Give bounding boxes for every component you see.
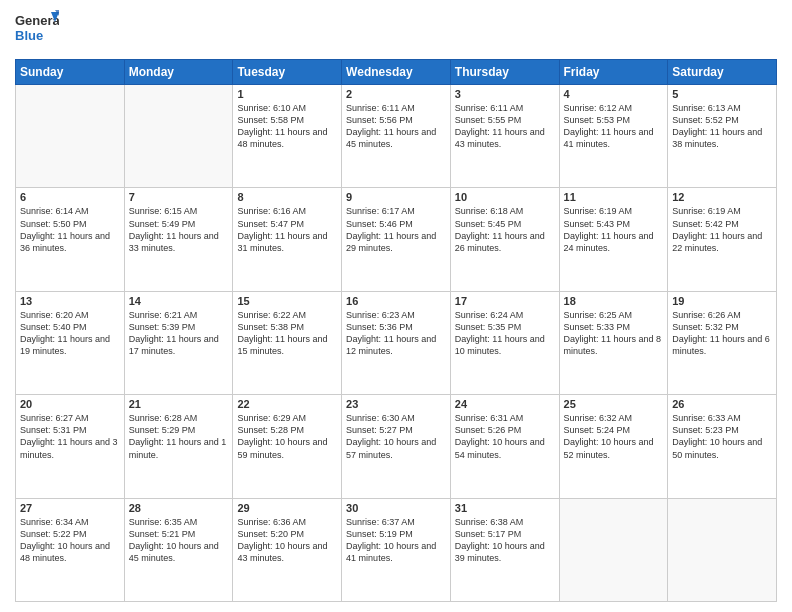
day-info: Sunrise: 6:19 AMSunset: 5:43 PMDaylight:… <box>564 205 664 254</box>
calendar-table: Sunday Monday Tuesday Wednesday Thursday… <box>15 59 777 602</box>
header-tuesday: Tuesday <box>233 60 342 85</box>
day-info: Sunrise: 6:15 AMSunset: 5:49 PMDaylight:… <box>129 205 229 254</box>
day-number: 29 <box>237 502 337 514</box>
day-number: 2 <box>346 88 446 100</box>
day-number: 4 <box>564 88 664 100</box>
week-row-4: 20Sunrise: 6:27 AMSunset: 5:31 PMDayligh… <box>16 395 777 498</box>
week-row-1: 1Sunrise: 6:10 AMSunset: 5:58 PMDaylight… <box>16 85 777 188</box>
day-number: 7 <box>129 191 229 203</box>
calendar-cell-w5-d5: 31Sunrise: 6:38 AMSunset: 5:17 PMDayligh… <box>450 498 559 601</box>
day-number: 28 <box>129 502 229 514</box>
calendar-cell-w4-d5: 24Sunrise: 6:31 AMSunset: 5:26 PMDayligh… <box>450 395 559 498</box>
days-header-row: Sunday Monday Tuesday Wednesday Thursday… <box>16 60 777 85</box>
day-info: Sunrise: 6:29 AMSunset: 5:28 PMDaylight:… <box>237 412 337 461</box>
page: General Blue Sunday Monday Tuesday Wedne… <box>0 0 792 612</box>
day-info: Sunrise: 6:13 AMSunset: 5:52 PMDaylight:… <box>672 102 772 151</box>
day-info: Sunrise: 6:34 AMSunset: 5:22 PMDaylight:… <box>20 516 120 565</box>
day-info: Sunrise: 6:24 AMSunset: 5:35 PMDaylight:… <box>455 309 555 358</box>
day-info: Sunrise: 6:11 AMSunset: 5:55 PMDaylight:… <box>455 102 555 151</box>
day-number: 15 <box>237 295 337 307</box>
calendar-cell-w5-d4: 30Sunrise: 6:37 AMSunset: 5:19 PMDayligh… <box>342 498 451 601</box>
calendar-cell-w5-d6 <box>559 498 668 601</box>
calendar-cell-w1-d7: 5Sunrise: 6:13 AMSunset: 5:52 PMDaylight… <box>668 85 777 188</box>
day-number: 19 <box>672 295 772 307</box>
day-number: 17 <box>455 295 555 307</box>
header-thursday: Thursday <box>450 60 559 85</box>
day-info: Sunrise: 6:25 AMSunset: 5:33 PMDaylight:… <box>564 309 664 358</box>
day-info: Sunrise: 6:28 AMSunset: 5:29 PMDaylight:… <box>129 412 229 461</box>
day-info: Sunrise: 6:38 AMSunset: 5:17 PMDaylight:… <box>455 516 555 565</box>
day-info: Sunrise: 6:10 AMSunset: 5:58 PMDaylight:… <box>237 102 337 151</box>
day-info: Sunrise: 6:19 AMSunset: 5:42 PMDaylight:… <box>672 205 772 254</box>
day-info: Sunrise: 6:37 AMSunset: 5:19 PMDaylight:… <box>346 516 446 565</box>
calendar-cell-w4-d3: 22Sunrise: 6:29 AMSunset: 5:28 PMDayligh… <box>233 395 342 498</box>
day-number: 24 <box>455 398 555 410</box>
calendar-cell-w3-d4: 16Sunrise: 6:23 AMSunset: 5:36 PMDayligh… <box>342 291 451 394</box>
calendar-cell-w5-d7 <box>668 498 777 601</box>
day-info: Sunrise: 6:17 AMSunset: 5:46 PMDaylight:… <box>346 205 446 254</box>
day-info: Sunrise: 6:26 AMSunset: 5:32 PMDaylight:… <box>672 309 772 358</box>
day-number: 13 <box>20 295 120 307</box>
header: General Blue <box>15 10 777 51</box>
calendar-cell-w4-d4: 23Sunrise: 6:30 AMSunset: 5:27 PMDayligh… <box>342 395 451 498</box>
calendar-cell-w4-d2: 21Sunrise: 6:28 AMSunset: 5:29 PMDayligh… <box>124 395 233 498</box>
calendar-cell-w2-d4: 9Sunrise: 6:17 AMSunset: 5:46 PMDaylight… <box>342 188 451 291</box>
calendar-cell-w1-d1 <box>16 85 125 188</box>
calendar-cell-w2-d6: 11Sunrise: 6:19 AMSunset: 5:43 PMDayligh… <box>559 188 668 291</box>
day-number: 16 <box>346 295 446 307</box>
day-number: 23 <box>346 398 446 410</box>
day-info: Sunrise: 6:18 AMSunset: 5:45 PMDaylight:… <box>455 205 555 254</box>
header-sunday: Sunday <box>16 60 125 85</box>
day-number: 27 <box>20 502 120 514</box>
header-friday: Friday <box>559 60 668 85</box>
day-info: Sunrise: 6:33 AMSunset: 5:23 PMDaylight:… <box>672 412 772 461</box>
day-number: 20 <box>20 398 120 410</box>
day-number: 26 <box>672 398 772 410</box>
day-info: Sunrise: 6:11 AMSunset: 5:56 PMDaylight:… <box>346 102 446 151</box>
day-info: Sunrise: 6:22 AMSunset: 5:38 PMDaylight:… <box>237 309 337 358</box>
logo-svg: General Blue <box>15 10 59 48</box>
day-info: Sunrise: 6:14 AMSunset: 5:50 PMDaylight:… <box>20 205 120 254</box>
day-info: Sunrise: 6:12 AMSunset: 5:53 PMDaylight:… <box>564 102 664 151</box>
day-number: 30 <box>346 502 446 514</box>
calendar-cell-w2-d2: 7Sunrise: 6:15 AMSunset: 5:49 PMDaylight… <box>124 188 233 291</box>
day-number: 1 <box>237 88 337 100</box>
calendar-cell-w3-d3: 15Sunrise: 6:22 AMSunset: 5:38 PMDayligh… <box>233 291 342 394</box>
calendar-cell-w1-d5: 3Sunrise: 6:11 AMSunset: 5:55 PMDaylight… <box>450 85 559 188</box>
calendar-cell-w5-d2: 28Sunrise: 6:35 AMSunset: 5:21 PMDayligh… <box>124 498 233 601</box>
day-info: Sunrise: 6:36 AMSunset: 5:20 PMDaylight:… <box>237 516 337 565</box>
calendar-cell-w3-d7: 19Sunrise: 6:26 AMSunset: 5:32 PMDayligh… <box>668 291 777 394</box>
day-number: 18 <box>564 295 664 307</box>
day-info: Sunrise: 6:30 AMSunset: 5:27 PMDaylight:… <box>346 412 446 461</box>
day-number: 22 <box>237 398 337 410</box>
day-info: Sunrise: 6:20 AMSunset: 5:40 PMDaylight:… <box>20 309 120 358</box>
header-wednesday: Wednesday <box>342 60 451 85</box>
header-saturday: Saturday <box>668 60 777 85</box>
day-info: Sunrise: 6:32 AMSunset: 5:24 PMDaylight:… <box>564 412 664 461</box>
week-row-2: 6Sunrise: 6:14 AMSunset: 5:50 PMDaylight… <box>16 188 777 291</box>
calendar-cell-w4-d1: 20Sunrise: 6:27 AMSunset: 5:31 PMDayligh… <box>16 395 125 498</box>
calendar-cell-w1-d6: 4Sunrise: 6:12 AMSunset: 5:53 PMDaylight… <box>559 85 668 188</box>
week-row-5: 27Sunrise: 6:34 AMSunset: 5:22 PMDayligh… <box>16 498 777 601</box>
day-info: Sunrise: 6:27 AMSunset: 5:31 PMDaylight:… <box>20 412 120 461</box>
day-number: 6 <box>20 191 120 203</box>
day-number: 11 <box>564 191 664 203</box>
day-info: Sunrise: 6:16 AMSunset: 5:47 PMDaylight:… <box>237 205 337 254</box>
day-number: 10 <box>455 191 555 203</box>
calendar-cell-w3-d2: 14Sunrise: 6:21 AMSunset: 5:39 PMDayligh… <box>124 291 233 394</box>
calendar-cell-w2-d7: 12Sunrise: 6:19 AMSunset: 5:42 PMDayligh… <box>668 188 777 291</box>
calendar-cell-w3-d5: 17Sunrise: 6:24 AMSunset: 5:35 PMDayligh… <box>450 291 559 394</box>
header-monday: Monday <box>124 60 233 85</box>
day-number: 25 <box>564 398 664 410</box>
week-row-3: 13Sunrise: 6:20 AMSunset: 5:40 PMDayligh… <box>16 291 777 394</box>
day-number: 8 <box>237 191 337 203</box>
calendar-cell-w2-d5: 10Sunrise: 6:18 AMSunset: 5:45 PMDayligh… <box>450 188 559 291</box>
day-number: 12 <box>672 191 772 203</box>
day-number: 9 <box>346 191 446 203</box>
day-number: 5 <box>672 88 772 100</box>
calendar-cell-w2-d3: 8Sunrise: 6:16 AMSunset: 5:47 PMDaylight… <box>233 188 342 291</box>
calendar-cell-w1-d3: 1Sunrise: 6:10 AMSunset: 5:58 PMDaylight… <box>233 85 342 188</box>
calendar-cell-w5-d1: 27Sunrise: 6:34 AMSunset: 5:22 PMDayligh… <box>16 498 125 601</box>
calendar-cell-w3-d6: 18Sunrise: 6:25 AMSunset: 5:33 PMDayligh… <box>559 291 668 394</box>
day-number: 14 <box>129 295 229 307</box>
